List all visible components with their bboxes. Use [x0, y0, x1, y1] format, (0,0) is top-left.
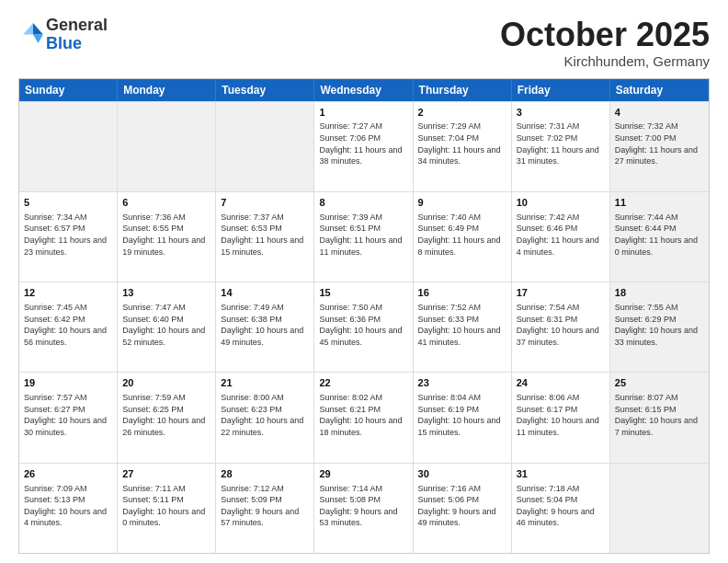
- calendar-cell: 24Sunrise: 8:06 AM Sunset: 6:17 PM Dayli…: [512, 373, 610, 462]
- calendar-cell: 26Sunrise: 7:09 AM Sunset: 5:13 PM Dayli…: [19, 464, 118, 553]
- day-number: 16: [418, 286, 506, 300]
- calendar-week-row: 12Sunrise: 7:45 AM Sunset: 6:42 PM Dayli…: [19, 282, 709, 372]
- calendar-week-row: 5Sunrise: 7:34 AM Sunset: 6:57 PM Daylig…: [19, 191, 709, 282]
- calendar-header-day: Wednesday: [314, 79, 413, 101]
- calendar-cell: 5Sunrise: 7:34 AM Sunset: 6:57 PM Daylig…: [19, 192, 118, 282]
- calendar-cell: 14Sunrise: 7:49 AM Sunset: 6:38 PM Dayli…: [216, 282, 314, 372]
- calendar-cell: 1Sunrise: 7:27 AM Sunset: 7:06 PM Daylig…: [314, 102, 413, 191]
- day-number: 30: [418, 467, 506, 481]
- day-number: 31: [517, 467, 605, 481]
- day-info: Sunrise: 7:47 AM Sunset: 6:40 PM Dayligh…: [122, 302, 210, 348]
- day-info: Sunrise: 7:40 AM Sunset: 6:49 PM Dayligh…: [418, 212, 506, 258]
- day-number: 13: [122, 286, 210, 300]
- calendar-cell: 9Sunrise: 7:40 AM Sunset: 6:49 PM Daylig…: [414, 192, 512, 282]
- day-info: Sunrise: 7:54 AM Sunset: 6:31 PM Dayligh…: [517, 302, 605, 348]
- day-info: Sunrise: 7:16 AM Sunset: 5:06 PM Dayligh…: [418, 483, 506, 529]
- calendar-cell: 20Sunrise: 7:59 AM Sunset: 6:25 PM Dayli…: [118, 373, 216, 462]
- calendar-cell: 7Sunrise: 7:37 AM Sunset: 6:53 PM Daylig…: [216, 192, 314, 282]
- calendar-cell: 25Sunrise: 8:07 AM Sunset: 6:15 PM Dayli…: [610, 373, 709, 462]
- calendar-cell: 11Sunrise: 7:44 AM Sunset: 6:44 PM Dayli…: [610, 192, 709, 282]
- logo-general-text: General: [46, 16, 108, 34]
- day-number: 11: [615, 196, 704, 210]
- calendar-week-row: 26Sunrise: 7:09 AM Sunset: 5:13 PM Dayli…: [19, 463, 709, 553]
- day-info: Sunrise: 7:49 AM Sunset: 6:38 PM Dayligh…: [221, 302, 309, 348]
- day-info: Sunrise: 8:02 AM Sunset: 6:21 PM Dayligh…: [319, 392, 407, 438]
- day-info: Sunrise: 7:55 AM Sunset: 6:29 PM Dayligh…: [615, 302, 704, 348]
- day-number: 14: [221, 286, 309, 300]
- day-number: 12: [24, 286, 112, 300]
- day-number: 1: [319, 106, 407, 120]
- day-info: Sunrise: 7:32 AM Sunset: 7:00 PM Dayligh…: [615, 121, 704, 167]
- day-info: Sunrise: 7:36 AM Sunset: 6:55 PM Dayligh…: [122, 212, 210, 258]
- title-month: October 2025: [500, 17, 710, 53]
- day-info: Sunrise: 7:12 AM Sunset: 5:09 PM Dayligh…: [221, 483, 309, 529]
- day-number: 2: [418, 106, 506, 120]
- day-info: Sunrise: 7:42 AM Sunset: 6:46 PM Dayligh…: [517, 212, 605, 258]
- page: General Blue October 2025 Kirchhundem, G…: [0, 0, 728, 563]
- calendar-cell: 18Sunrise: 7:55 AM Sunset: 6:29 PM Dayli…: [610, 282, 709, 372]
- calendar-header-day: Sunday: [19, 79, 118, 101]
- day-number: 6: [122, 196, 210, 210]
- calendar-week-row: 19Sunrise: 7:57 AM Sunset: 6:27 PM Dayli…: [19, 372, 709, 462]
- day-info: Sunrise: 8:07 AM Sunset: 6:15 PM Dayligh…: [615, 392, 704, 438]
- calendar-header: SundayMondayTuesdayWednesdayThursdayFrid…: [19, 79, 709, 101]
- calendar-week-row: 1Sunrise: 7:27 AM Sunset: 7:06 PM Daylig…: [19, 101, 709, 191]
- day-info: Sunrise: 7:11 AM Sunset: 5:11 PM Dayligh…: [122, 483, 210, 529]
- calendar-body: 1Sunrise: 7:27 AM Sunset: 7:06 PM Daylig…: [19, 101, 709, 553]
- logo-blue-text: Blue: [46, 34, 82, 52]
- day-info: Sunrise: 7:37 AM Sunset: 6:53 PM Dayligh…: [221, 212, 309, 258]
- day-info: Sunrise: 8:06 AM Sunset: 6:17 PM Dayligh…: [517, 392, 605, 438]
- day-number: 19: [24, 376, 112, 390]
- day-number: 10: [517, 196, 605, 210]
- calendar-cell: 30Sunrise: 7:16 AM Sunset: 5:06 PM Dayli…: [414, 464, 512, 553]
- day-number: 28: [221, 467, 309, 481]
- calendar-cell: 22Sunrise: 8:02 AM Sunset: 6:21 PM Dayli…: [314, 373, 413, 462]
- day-info: Sunrise: 7:39 AM Sunset: 6:51 PM Dayligh…: [319, 212, 407, 258]
- day-number: 22: [319, 376, 407, 390]
- day-number: 20: [122, 376, 210, 390]
- logo-icon: [20, 20, 46, 46]
- day-info: Sunrise: 7:27 AM Sunset: 7:06 PM Dayligh…: [319, 121, 407, 167]
- svg-marker-2: [23, 23, 33, 34]
- day-info: Sunrise: 7:59 AM Sunset: 6:25 PM Dayligh…: [122, 392, 210, 438]
- calendar-header-day: Thursday: [414, 79, 512, 101]
- day-info: Sunrise: 7:18 AM Sunset: 5:04 PM Dayligh…: [517, 483, 605, 529]
- calendar-cell: 4Sunrise: 7:32 AM Sunset: 7:00 PM Daylig…: [610, 102, 709, 191]
- calendar-cell: 21Sunrise: 8:00 AM Sunset: 6:23 PM Dayli…: [216, 373, 314, 462]
- day-info: Sunrise: 7:14 AM Sunset: 5:08 PM Dayligh…: [319, 483, 407, 529]
- day-info: Sunrise: 7:45 AM Sunset: 6:42 PM Dayligh…: [24, 302, 112, 348]
- calendar-cell: 29Sunrise: 7:14 AM Sunset: 5:08 PM Dayli…: [314, 464, 413, 553]
- svg-marker-1: [33, 34, 43, 42]
- day-number: 8: [319, 196, 407, 210]
- calendar: SundayMondayTuesdayWednesdayThursdayFrid…: [18, 78, 710, 554]
- day-info: Sunrise: 7:29 AM Sunset: 7:04 PM Dayligh…: [418, 121, 506, 167]
- day-info: Sunrise: 7:34 AM Sunset: 6:57 PM Dayligh…: [24, 212, 112, 258]
- calendar-cell: 31Sunrise: 7:18 AM Sunset: 5:04 PM Dayli…: [512, 464, 610, 553]
- calendar-cell: [610, 464, 709, 553]
- day-number: 27: [122, 467, 210, 481]
- calendar-cell: [118, 102, 216, 191]
- calendar-cell: 2Sunrise: 7:29 AM Sunset: 7:04 PM Daylig…: [414, 102, 512, 191]
- calendar-cell: 6Sunrise: 7:36 AM Sunset: 6:55 PM Daylig…: [118, 192, 216, 282]
- calendar-cell: 13Sunrise: 7:47 AM Sunset: 6:40 PM Dayli…: [118, 282, 216, 372]
- calendar-cell: 19Sunrise: 7:57 AM Sunset: 6:27 PM Dayli…: [19, 373, 118, 462]
- title-location: Kirchhundem, Germany: [500, 53, 710, 69]
- day-info: Sunrise: 7:57 AM Sunset: 6:27 PM Dayligh…: [24, 392, 112, 438]
- day-number: 25: [615, 376, 704, 390]
- day-number: 18: [615, 286, 704, 300]
- day-number: 9: [418, 196, 506, 210]
- calendar-header-day: Monday: [118, 79, 216, 101]
- calendar-cell: 15Sunrise: 7:50 AM Sunset: 6:36 PM Dayli…: [314, 282, 413, 372]
- header: General Blue October 2025 Kirchhundem, G…: [18, 17, 710, 69]
- calendar-cell: 28Sunrise: 7:12 AM Sunset: 5:09 PM Dayli…: [216, 464, 314, 553]
- day-info: Sunrise: 7:50 AM Sunset: 6:36 PM Dayligh…: [319, 302, 407, 348]
- day-info: Sunrise: 8:00 AM Sunset: 6:23 PM Dayligh…: [221, 392, 309, 438]
- day-info: Sunrise: 7:52 AM Sunset: 6:33 PM Dayligh…: [418, 302, 506, 348]
- logo: General Blue: [18, 17, 108, 53]
- day-number: 4: [615, 106, 704, 120]
- calendar-cell: 12Sunrise: 7:45 AM Sunset: 6:42 PM Dayli…: [19, 282, 118, 372]
- day-number: 21: [221, 376, 309, 390]
- calendar-cell: 10Sunrise: 7:42 AM Sunset: 6:46 PM Dayli…: [512, 192, 610, 282]
- calendar-cell: 8Sunrise: 7:39 AM Sunset: 6:51 PM Daylig…: [314, 192, 413, 282]
- day-number: 26: [24, 467, 112, 481]
